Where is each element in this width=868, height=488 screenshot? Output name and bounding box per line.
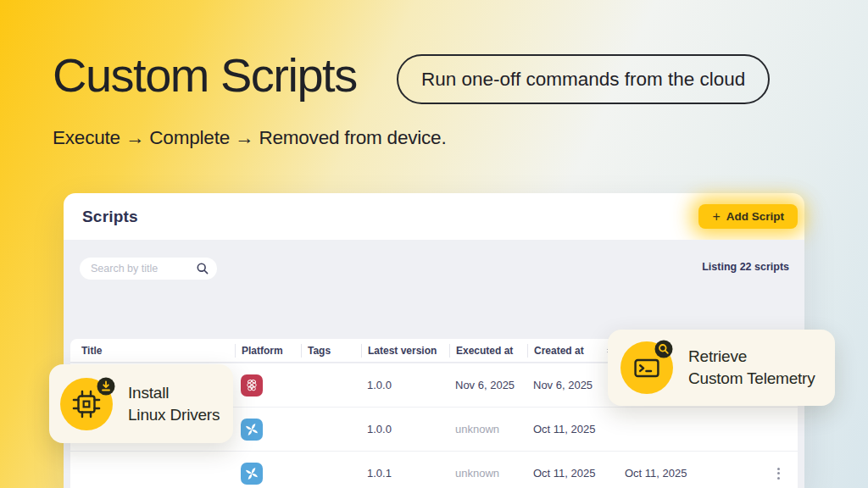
callout-label: Retrieve Custom Telemetry: [688, 346, 815, 390]
column-title[interactable]: Title: [70, 344, 235, 358]
created-at-label: Created at: [534, 344, 584, 358]
version-cell: 1.0.0: [361, 423, 449, 435]
callout-line2: Linux Drivers: [128, 404, 220, 426]
listing-count: Listing 22 scripts: [702, 261, 789, 273]
plus-icon: +: [712, 209, 720, 225]
search-row: Listing 22 scripts: [70, 240, 798, 292]
version-cell: 1.0.0: [361, 379, 449, 391]
panel-title: Scripts: [82, 208, 138, 226]
tizen-icon: [241, 463, 263, 485]
terminal-search-icon: [620, 341, 673, 394]
executed-cell: unknown: [449, 467, 527, 480]
platform-cell: [235, 374, 301, 396]
callout-retrieve-custom-telemetry: Retrieve Custom Telemetry: [608, 330, 835, 406]
callout-line1: Retrieve: [688, 346, 815, 368]
panel-header: Scripts + Add Script: [64, 193, 804, 240]
callout-install-linux-drivers: Install Linux Drivers: [49, 364, 233, 443]
version-cell: 1.0.1: [361, 467, 449, 480]
add-script-button[interactable]: + Add Script: [698, 204, 798, 229]
executed-cell: unknown: [449, 423, 527, 435]
actions-cell: [716, 465, 798, 482]
kebab-menu-icon[interactable]: [775, 465, 782, 482]
platform-cell: [235, 463, 301, 485]
callout-line2: Custom Telemetry: [688, 368, 815, 390]
column-platform[interactable]: Platform: [235, 344, 301, 358]
hero-badge: Run one-off commands from the cloud: [397, 54, 770, 104]
executed-cell: Nov 6, 2025: [449, 379, 527, 391]
tizen-icon: [241, 419, 263, 441]
created-cell: Nov 6, 2025: [527, 379, 619, 391]
column-executed-at[interactable]: Executed at: [449, 344, 527, 358]
hero-subtitle: Execute → Complete → Removed from device…: [53, 127, 447, 149]
callout-line1: Install: [128, 382, 220, 404]
platform-cell: [235, 419, 301, 441]
table-row[interactable]: 1.0.1 unknown Oct 11, 2025 Oct 11, 2025: [70, 451, 798, 488]
column-latest-version[interactable]: Latest version: [361, 344, 449, 358]
download-badge-icon: [97, 377, 115, 396]
column-created-at[interactable]: Created at: [527, 344, 619, 358]
callout-label: Install Linux Drivers: [128, 382, 220, 426]
column-tags[interactable]: Tags: [301, 344, 361, 358]
created-cell: Oct 11, 2025: [527, 467, 619, 480]
search-badge-icon: [654, 340, 673, 358]
search-box: [80, 258, 217, 280]
add-script-label: Add Script: [726, 210, 784, 223]
chip-download-icon: [60, 378, 113, 430]
updated-cell: Oct 11, 2025: [619, 467, 716, 480]
search-icon: [196, 262, 209, 275]
raspberry-pi-icon: [241, 374, 263, 396]
page-title: Custom Scripts: [53, 47, 357, 103]
created-cell: Oct 11, 2025: [527, 423, 619, 435]
